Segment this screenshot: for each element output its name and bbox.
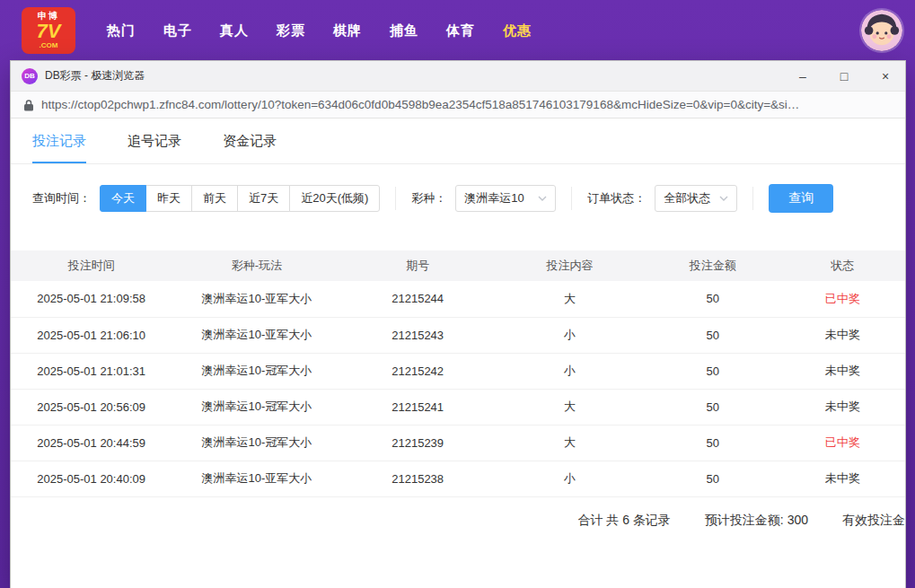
bet-game: 澳洲幸运10-亚军大小 (172, 461, 341, 496)
bet-amount: 50 (646, 353, 779, 389)
close-icon[interactable]: × (878, 70, 893, 83)
page-content: 投注记录 追号记录 资金记录 查询时间： 今天 昨天 前天 近7天 近20天(低… (11, 118, 905, 588)
time-range-segment: 今天 昨天 前天 近7天 近20天(低频) (100, 185, 380, 212)
nav-item-hot[interactable]: 热门 (107, 22, 136, 39)
lottery-select-value: 澳洲幸运10 (464, 190, 523, 206)
nav-item-live[interactable]: 真人 (220, 22, 249, 39)
record-tabs: 投注记录 追号记录 资金记录 (11, 118, 905, 164)
window-controls: – □ × (796, 70, 893, 83)
bet-issue: 21215241 (342, 389, 494, 425)
time-option-20days[interactable]: 近20天(低频) (289, 185, 380, 212)
filter-divider (571, 187, 572, 210)
filter-divider (395, 187, 396, 210)
logo-text-main: 7V (37, 22, 61, 41)
search-button[interactable]: 查询 (769, 184, 833, 213)
bet-content: 大 (494, 281, 646, 317)
avatar-image (861, 10, 902, 51)
bet-content: 大 (494, 425, 646, 461)
time-option-today[interactable]: 今天 (100, 185, 146, 212)
table-row: 2025-05-01 21:01:31 澳洲幸运10-冠军大小 21215242… (11, 353, 905, 389)
lottery-filter-label: 彩种： (411, 190, 446, 206)
filter-bar: 查询时间： 今天 昨天 前天 近7天 近20天(低频) 彩种： 澳洲幸运10 订… (11, 164, 905, 229)
nav-item-board[interactable]: 棋牌 (333, 22, 362, 39)
bet-time: 2025-05-01 21:09:58 (11, 281, 172, 317)
status-filter-label: 订单状态： (587, 190, 646, 206)
bet-time: 2025-05-01 20:56:09 (11, 389, 172, 425)
chevron-down-icon (538, 196, 547, 201)
col-header-game: 彩种-玩法 (172, 250, 341, 281)
nav-item-slots[interactable]: 电子 (163, 22, 192, 39)
chevron-down-icon (719, 196, 728, 201)
site-logo[interactable]: 申博 7V .COM (22, 7, 75, 54)
bet-game: 澳洲幸运10-亚军大小 (172, 281, 341, 317)
bet-content: 大 (494, 389, 646, 425)
bet-issue: 21215243 (342, 317, 494, 353)
filter-divider (752, 187, 753, 210)
order-status-value: 全部状态 (664, 190, 710, 206)
summary-total: 合计 共 6 条记录 (577, 513, 670, 529)
minimize-icon[interactable]: – (796, 70, 810, 83)
time-option-daybefore[interactable]: 前天 (191, 185, 238, 212)
nav-item-lottery[interactable]: 彩票 (277, 22, 305, 39)
bet-amount: 50 (646, 317, 779, 353)
bet-time: 2025-05-01 20:40:09 (11, 461, 172, 496)
bet-issue: 21215239 (342, 425, 494, 461)
bet-content: 小 (494, 353, 646, 389)
window-titlebar[interactable]: DB DB彩票 - 极速浏览器 – □ × (11, 61, 905, 91)
site-nav-items: 热门 电子 真人 彩票 棋牌 捕鱼 体育 优惠 (107, 22, 532, 39)
col-header-issue: 期号 (342, 250, 494, 281)
maximize-icon[interactable]: □ (837, 70, 851, 83)
nav-item-promo[interactable]: 优惠 (503, 22, 532, 39)
summary-bar: 合计 共 6 条记录 预计投注金额: 300 有效投注金 (11, 497, 905, 544)
bet-issue: 21215242 (342, 353, 494, 389)
bet-status: 未中奖 (825, 328, 860, 341)
browser-url-bar[interactable]: https://ctop02pchwp1.zfnc84.com/lottery/… (11, 91, 905, 118)
window-title: DB彩票 - 极速浏览器 (45, 68, 145, 83)
nav-item-sports[interactable]: 体育 (446, 22, 475, 39)
bet-status: 未中奖 (825, 471, 860, 485)
browser-window: DB DB彩票 - 极速浏览器 – □ × https://ctop02pchw… (11, 61, 905, 588)
table-row: 2025-05-01 20:40:09 澳洲幸运10-亚军大小 21215238… (11, 461, 905, 496)
table-header-row: 投注时间 彩种-玩法 期号 投注内容 投注金额 状态 (11, 250, 905, 281)
site-favicon-icon: DB (22, 68, 38, 84)
table-row: 2025-05-01 21:09:58 澳洲幸运10-亚军大小 21215244… (11, 281, 905, 317)
bet-status: 未中奖 (825, 364, 860, 377)
bet-game: 澳洲幸运10-冠军大小 (172, 425, 341, 461)
bet-game: 澳洲幸运10-冠军大小 (172, 389, 341, 425)
bet-amount: 50 (646, 425, 779, 461)
bet-status: 已中奖 (825, 292, 860, 305)
table-row: 2025-05-01 20:56:09 澳洲幸运10-冠军大小 21215241… (11, 389, 905, 425)
bet-game: 澳洲幸运10-冠军大小 (172, 353, 341, 389)
nav-item-fishing[interactable]: 捕鱼 (390, 22, 418, 39)
site-top-nav: 申博 7V .COM 热门 电子 真人 彩票 棋牌 捕鱼 体育 优惠 (0, 0, 915, 61)
table-row: 2025-05-01 21:06:10 澳洲幸运10-亚军大小 21215243… (11, 317, 905, 353)
bet-amount: 50 (646, 389, 779, 425)
col-header-content: 投注内容 (494, 250, 646, 281)
bet-records-table: 投注时间 彩种-玩法 期号 投注内容 投注金额 状态 2025-05-01 21… (11, 250, 905, 497)
bet-amount: 50 (646, 461, 779, 496)
tab-chase-records[interactable]: 追号记录 (128, 118, 181, 163)
bet-status: 未中奖 (825, 399, 860, 413)
bet-issue: 21215244 (342, 281, 494, 317)
bet-amount: 50 (646, 281, 779, 317)
bet-issue: 21215238 (342, 461, 494, 496)
tab-fund-records[interactable]: 资金记录 (223, 118, 277, 163)
lottery-select[interactable]: 澳洲幸运10 (455, 185, 556, 212)
summary-valid-amount: 有效投注金 (842, 513, 905, 529)
col-header-status: 状态 (780, 250, 905, 281)
bet-game: 澳洲幸运10-亚军大小 (172, 317, 341, 353)
bet-time: 2025-05-01 20:44:59 (11, 425, 172, 461)
tab-bet-records[interactable]: 投注记录 (32, 118, 86, 163)
col-header-bet-time: 投注时间 (11, 250, 172, 281)
time-option-yesterday[interactable]: 昨天 (145, 185, 192, 212)
bet-time: 2025-05-01 21:06:10 (11, 317, 172, 353)
logo-text-sub: .COM (40, 42, 58, 49)
user-avatar[interactable] (861, 10, 902, 51)
order-status-select[interactable]: 全部状态 (655, 185, 737, 212)
table-row: 2025-05-01 20:44:59 澳洲幸运10-冠军大小 21215239… (11, 425, 905, 461)
bet-content: 小 (494, 317, 646, 353)
bet-status: 已中奖 (825, 435, 860, 449)
time-option-7days[interactable]: 近7天 (237, 185, 290, 212)
summary-expected-amount: 预计投注金额: 300 (705, 513, 808, 529)
url-text[interactable]: https://ctop02pchwp1.zfnc84.com/lottery/… (41, 98, 893, 111)
